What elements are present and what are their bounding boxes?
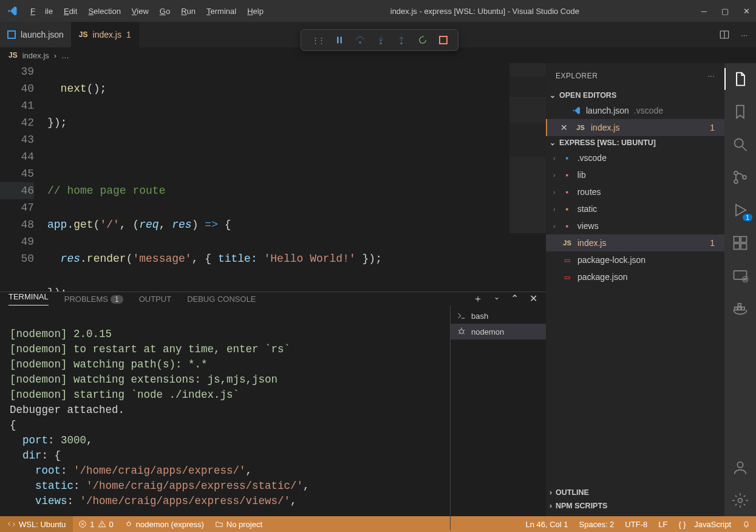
title-bar: File Edit Selection View Go Run Terminal… <box>0 0 756 22</box>
explorer-more-icon[interactable]: ··· <box>707 72 715 80</box>
svg-line-14 <box>458 333 460 334</box>
explorer-sidebar: EXPLORER ··· ⌄ OPEN EDITORS launch.json … <box>546 63 724 516</box>
menu-view[interactable]: View <box>127 4 154 18</box>
svg-point-41 <box>127 522 131 526</box>
stop-icon[interactable] <box>439 36 448 44</box>
status-spaces[interactable]: Spaces: 2 <box>574 516 620 532</box>
section-npm-scripts[interactable]: ›NPM SCRIPTS <box>546 499 724 513</box>
terminal-output[interactable]: [nodemon] 2.0.15 [nodemon] to restart at… <box>0 305 450 530</box>
code-content[interactable]: next(); }); // home page route app.get('… <box>47 63 546 292</box>
status-eol[interactable]: LF <box>653 516 673 532</box>
svg-point-35 <box>738 499 743 503</box>
terminal-item-bash[interactable]: bash <box>451 308 546 324</box>
terminal-dropdown-icon[interactable]: ⌄ <box>494 293 500 305</box>
status-errors[interactable]: 1 0 <box>73 516 118 532</box>
status-language[interactable]: { } JavaScript <box>673 516 737 532</box>
menu-selection[interactable]: Selection <box>83 4 125 18</box>
chevron-right-icon: › <box>550 502 552 510</box>
menu-run[interactable]: Run <box>176 4 200 18</box>
open-editor-launch-json[interactable]: launch.json .vscode <box>546 102 724 119</box>
menu-file[interactable]: File <box>26 4 58 18</box>
activity-account[interactable] <box>732 459 749 476</box>
more-actions-icon[interactable]: ··· <box>741 30 747 39</box>
maximize-button[interactable]: ▢ <box>721 7 729 16</box>
folder-views[interactable]: ›▪views <box>546 217 724 234</box>
status-notifications[interactable] <box>737 516 756 532</box>
status-remote[interactable]: WSL: Ubuntu <box>0 516 73 532</box>
drag-grip-icon[interactable]: ⋮⋮ <box>312 36 324 45</box>
modified-badge: 1 <box>126 30 131 39</box>
panel-tab-terminal[interactable]: TERMINAL <box>9 292 49 305</box>
activity-extensions[interactable] <box>732 234 749 251</box>
breadcrumb-more[interactable]: … <box>61 51 69 60</box>
menu-edit[interactable]: Edit <box>59 4 82 18</box>
vscode-file-icon <box>7 30 16 39</box>
activity-remote[interactable] <box>732 267 749 284</box>
activity-bookmarks[interactable] <box>732 103 749 120</box>
panel-tab-debug-console[interactable]: DEBUG CONSOLE <box>187 295 256 304</box>
file-index-js[interactable]: JSindex.js1 <box>546 234 724 251</box>
close-icon[interactable]: ✕ <box>560 123 570 132</box>
step-over-icon[interactable] <box>355 35 365 45</box>
step-into-icon[interactable] <box>376 35 386 45</box>
bottom-panel: TERMINAL PROBLEMS1 OUTPUT DEBUG CONSOLE … <box>0 292 546 516</box>
file-package-lock[interactable]: ▭package-lock.json <box>546 251 724 268</box>
menu-terminal[interactable]: Terminal <box>202 4 241 18</box>
breadcrumb-separator: › <box>54 51 56 60</box>
svg-rect-26 <box>734 271 747 279</box>
close-panel-icon[interactable]: ✕ <box>530 293 537 305</box>
js-file-icon: JS <box>9 51 18 60</box>
code-editor[interactable]: 394041 424344 454647 484950 next(); }); … <box>0 63 546 292</box>
section-open-editors[interactable]: ⌄ OPEN EDITORS <box>546 89 724 102</box>
minimap[interactable] <box>509 63 546 233</box>
terminal-item-label: nodemon <box>471 327 504 336</box>
menu-help[interactable]: Help <box>242 4 268 18</box>
panel-tab-problems[interactable]: PROBLEMS1 <box>64 295 123 304</box>
minimize-button[interactable]: ─ <box>701 7 707 16</box>
svg-point-16 <box>735 139 743 148</box>
section-outline[interactable]: ›OUTLINE <box>546 486 724 499</box>
activity-run-debug[interactable]: 1 <box>732 202 749 219</box>
svg-rect-24 <box>734 244 740 249</box>
folder-routes[interactable]: ›▪routes <box>546 183 724 200</box>
section-project[interactable]: ⌄ EXPRESS [WSL: UBUNTU] <box>546 136 724 149</box>
new-terminal-icon[interactable]: ＋ <box>473 293 483 305</box>
folder-lib[interactable]: ›▪lib <box>546 166 724 183</box>
vscode-file-icon <box>571 106 581 115</box>
chevron-down-icon: ⌄ <box>550 91 556 100</box>
status-debug-target[interactable]: nodemon (express) <box>119 516 209 532</box>
activity-source-control[interactable] <box>732 169 749 186</box>
tab-label: index.js <box>93 30 121 39</box>
activity-explorer[interactable] <box>732 70 749 87</box>
maximize-panel-icon[interactable]: ⌃ <box>511 293 519 305</box>
terminal-item-nodemon[interactable]: nodemon <box>451 324 546 339</box>
panel-tab-output[interactable]: OUTPUT <box>139 295 171 304</box>
file-package-json[interactable]: ▭package.json <box>546 268 724 285</box>
svg-point-19 <box>734 180 738 183</box>
svg-point-4 <box>359 42 361 44</box>
restart-icon[interactable] <box>417 35 428 46</box>
folder-vscode[interactable]: ›▪.vscode <box>546 149 724 166</box>
folder-static[interactable]: ›▪static <box>546 200 724 217</box>
svg-point-10 <box>460 330 464 334</box>
tab-index-js[interactable]: JS index.js 1 <box>72 22 139 47</box>
pause-icon[interactable] <box>335 35 344 45</box>
activity-docker[interactable] <box>732 300 749 317</box>
close-button[interactable]: ✕ <box>743 7 750 16</box>
svg-point-34 <box>737 462 743 468</box>
activity-settings[interactable] <box>732 492 749 509</box>
debug-badge: 1 <box>743 214 752 221</box>
status-encoding[interactable]: UTF-8 <box>619 516 653 532</box>
open-editor-index-js[interactable]: ✕ JS index.js 1 <box>546 119 724 136</box>
svg-point-18 <box>734 171 738 175</box>
debug-toolbar[interactable]: ⋮⋮ <box>301 29 458 51</box>
split-editor-icon[interactable] <box>719 29 730 40</box>
svg-line-17 <box>743 147 747 151</box>
status-cursor[interactable]: Ln 46, Col 1 <box>520 516 573 532</box>
breadcrumb-file[interactable]: index.js <box>22 51 49 60</box>
tab-launch-json[interactable]: launch.json <box>0 22 72 47</box>
menu-go[interactable]: Go <box>155 4 175 18</box>
status-project[interactable]: No project <box>209 516 268 532</box>
step-out-icon[interactable] <box>397 35 406 45</box>
activity-search[interactable] <box>732 136 749 153</box>
